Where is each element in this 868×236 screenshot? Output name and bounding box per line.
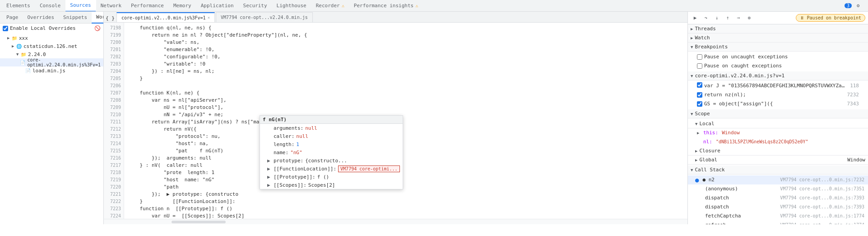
horizontal-scrollbar[interactable] <box>104 219 687 224</box>
call-stack-n2[interactable]: ● ● n2 VM7794 core-opt...0.min.js:7232 <box>688 175 868 184</box>
code-line-7209: nU = nl["protocol"], <box>128 104 687 111</box>
tab-console[interactable]: Console <box>35 0 65 12</box>
clear-overrides-button[interactable]: 🚫 <box>94 25 101 31</box>
bp-item-1[interactable]: var J = "0135667894ABCDEFGHI3KLMNOPQRSTU… <box>688 81 868 90</box>
subtab-overrides[interactable]: Overrides <box>23 12 59 24</box>
line-number-7215: 7215 <box>104 147 124 155</box>
line-number-7211: 7211 <box>104 118 124 126</box>
tooltip-row-scopes[interactable]: ▶ [[Scopes]]: Scopes[2] <box>260 181 403 189</box>
call-stack-dispatch2[interactable]: dispatch VM7794 core-opt...0.min.js:7393 <box>688 203 868 212</box>
tree-item-xxx[interactable]: ▶ 📁 xxx <box>0 34 103 42</box>
deactivate-breakpoints-button[interactable]: ⊗ <box>745 14 754 23</box>
line-number-7198: 7198 <box>104 24 124 32</box>
scope-local-header[interactable]: ▼ Local <box>688 119 868 128</box>
sources-subtabs: Page Overrides Snippets Workspace › <box>0 12 103 24</box>
step-over-button[interactable]: ↷ <box>701 14 710 23</box>
settings-button[interactable]: ⚙ <box>854 1 863 10</box>
tab-lighthouse[interactable]: Lighthouse <box>272 0 311 12</box>
call-fn-n2: ● n2 <box>702 176 778 184</box>
pause-caught-checkbox[interactable] <box>697 63 702 69</box>
tree-item-domain[interactable]: ▶ 🌐 cstaticdun.126.net <box>0 42 103 50</box>
tooltip-row-fnloc[interactable]: ▶ [[FunctionLocation]]: VM7794 core-opti… <box>260 165 403 173</box>
left-panel: Page Overrides Snippets Workspace › Enab… <box>0 12 104 224</box>
tooltip-val-prototype: {constructo... <box>305 158 347 164</box>
scope-this[interactable]: ▶ this: Window <box>688 128 868 137</box>
scope-nl[interactable]: nl: "dNBi13L5PZlMGneWsLqs8z2C0qD52e0Y" <box>688 137 868 146</box>
scope-closure-title: Closure <box>699 148 720 154</box>
resume-button[interactable]: ▶ <box>691 14 700 23</box>
step-button[interactable]: → <box>734 14 743 23</box>
tab-application[interactable]: Application <box>196 0 239 12</box>
line-number-7202: 7202 <box>104 53 124 61</box>
scope-local-arrow: ▼ <box>695 122 697 126</box>
subtab-snippets[interactable]: Snippets <box>59 12 92 24</box>
call-fn-fetchcaptcha: fetchCaptcha <box>705 212 778 220</box>
js-icon-load: 📄 <box>25 68 31 73</box>
tooltip-row-arguments[interactable]: arguments: null <box>260 124 403 132</box>
tooltip-row-name[interactable]: name: "nG" <box>260 148 403 156</box>
section-threads[interactable]: ▶ Threads <box>688 24 868 33</box>
call-stack-dispatch1[interactable]: dispatch VM7794 core-opt...0.min.js:7393 <box>688 194 868 203</box>
call-file-refresh: VM7794 core-opt...0.min.js:1774 <box>780 222 864 224</box>
tab-network[interactable]: Network <box>96 0 126 12</box>
scope-this-expand: ▶ <box>697 129 701 137</box>
code-line-7203: "writable": !0 <box>128 61 687 68</box>
tooltip-row-length[interactable]: length: 1 <box>260 140 403 148</box>
section-scope[interactable]: ▼ Scope <box>688 109 868 118</box>
bp-item-3-checkbox[interactable] <box>697 101 702 107</box>
main-area: Page Overrides Snippets Workspace › Enab… <box>0 12 868 224</box>
tab-performance-insights[interactable]: Performance insights⚠ <box>349 0 423 12</box>
scrollbar-thumb[interactable] <box>172 221 226 223</box>
file-tab-core[interactable]: core-optimi.v2...0.min.js%3Fv=1 × <box>116 12 215 22</box>
call-fn-dispatch1: dispatch <box>705 194 778 202</box>
bp-item-2[interactable]: return nz(nl); 7232 <box>688 90 868 99</box>
line-number-7209: 7209 <box>104 104 124 111</box>
line-number-7200: 7200 <box>104 39 124 46</box>
section-watch[interactable]: ▶ Watch <box>688 33 868 42</box>
tooltip-expand-scopes: ▶ <box>267 182 272 188</box>
tab-sources[interactable]: Sources <box>65 0 96 12</box>
file-tab-core-close[interactable]: × <box>208 15 210 20</box>
line-number-7201: 7201 <box>104 46 124 53</box>
tab-security[interactable]: Security <box>239 0 272 12</box>
tab-elements[interactable]: Elements <box>2 0 35 12</box>
code-line-7221: }); ▶ prototype: {constructo <box>128 191 687 198</box>
tree-arrow-xxx: ▶ <box>7 36 12 40</box>
tab-recorder[interactable]: Recorder⚠ <box>311 0 349 12</box>
scope-global-title: Global <box>699 157 717 163</box>
enable-overrides-checkbox[interactable] <box>3 26 8 31</box>
subtab-workspace[interactable]: Workspace <box>92 12 104 24</box>
tooltip-link-fnloc[interactable]: VM7794 core-optimi... <box>338 165 399 172</box>
call-stack-fetchcaptcha[interactable]: fetchCaptcha VM7794 core-opt...0.min.js:… <box>688 212 868 221</box>
code-content[interactable]: function q(nl, ne, ns) { return ne in nl… <box>124 23 687 219</box>
bp-item-3[interactable]: GS = object["assign"]({ 7343 <box>688 99 868 109</box>
tooltip-row-caller[interactable]: caller: null <box>260 132 403 140</box>
tab-performance[interactable]: Performance <box>126 0 169 12</box>
pause-uncaught-checkbox[interactable] <box>697 54 702 60</box>
enable-overrides-label[interactable]: Enable Local Overrides <box>10 25 76 31</box>
scope-global-header[interactable]: ▶ Global Window <box>688 156 868 165</box>
tooltip-row-prototype[interactable]: ▶ prototype: {constructo... <box>260 156 403 165</box>
format-button[interactable]: { } <box>104 15 116 22</box>
subtab-page[interactable]: Page <box>2 12 23 24</box>
code-line-7211: return Array["isArray"](ns) ? ns["map"](… <box>128 118 687 126</box>
tree-item-core-optimi[interactable]: 📄 core-optimi.v2.24.0.min.js%3Fv=1 <box>0 58 103 66</box>
bp-item-2-checkbox[interactable] <box>697 92 702 98</box>
tree-label-xxx: xxx <box>19 35 28 41</box>
file-tab-vm[interactable]: VM7794 core-opt...v2.24.0.min.js <box>216 12 313 22</box>
scope-closure-header[interactable]: ▶ Closure <box>688 146 868 156</box>
step-into-button[interactable]: ↓ <box>712 14 721 23</box>
section-breakpoints[interactable]: ▼ Breakpoints <box>688 42 868 52</box>
call-stack-anon1[interactable]: (anonymous) VM7794 core-opt...0.min.js:7… <box>688 184 868 194</box>
section-bp-file[interactable]: ▼ core-optimi.v2.24.0.min.js?v=1 <box>688 71 868 80</box>
step-out-button[interactable]: ↑ <box>723 14 732 23</box>
tab-memory[interactable]: Memory <box>169 0 196 12</box>
bp-item-1-checkbox[interactable] <box>697 82 702 88</box>
code-line-7212: return nV({ <box>128 126 687 133</box>
call-stack-refresh[interactable]: refresh VM7794 core-opt...0.min.js:1774 <box>688 221 868 224</box>
call-fn-dispatch2: dispatch <box>705 203 778 211</box>
code-line-7216: }); arguments: null <box>128 155 687 162</box>
tooltip-row-proto2[interactable]: ▶ [[Prototype]]: f () <box>260 173 403 181</box>
tree-item-load[interactable]: 📄 load.min.js <box>0 66 103 75</box>
section-callstack[interactable]: ▼ Call Stack <box>688 165 868 175</box>
